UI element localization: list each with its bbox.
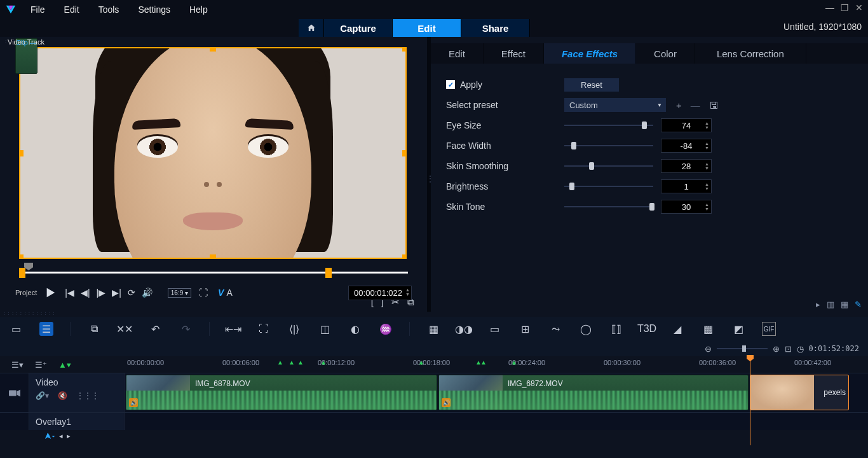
clip-2[interactable]: IMG_6872.MOV 🔊 — [438, 375, 749, 410]
step-fwd-icon[interactable]: |▶ — [97, 288, 106, 298]
eye-size-input[interactable]: 74▲▼ — [661, 118, 712, 132]
marker-menu-icon[interactable]: ▲▾ — [58, 360, 71, 370]
link-icon[interactable]: 🔗▾ — [36, 391, 49, 400]
preset-remove-icon[interactable]: — — [691, 100, 700, 111]
resize-handle[interactable] — [402, 150, 407, 156]
zoom-out-icon[interactable]: ⊖ — [705, 344, 712, 354]
skin-tone-input[interactable]: 30▲▼ — [661, 200, 712, 214]
mute-icon[interactable]: 🔇 — [58, 391, 67, 400]
volume-icon[interactable]: 🔊 — [142, 288, 153, 298]
preset-save-icon[interactable]: 🖫 — [709, 100, 719, 111]
face-width-slider[interactable] — [564, 140, 653, 151]
fx-icon[interactable]: ▩ — [701, 322, 715, 336]
track-opts-1-icon[interactable]: ☰▾ — [11, 360, 24, 370]
overlay-track-header[interactable]: Overlay1 — [29, 413, 125, 430]
scrub-in-handle[interactable] — [19, 268, 25, 278]
menu-tools[interactable]: Tools — [98, 4, 119, 15]
minimize-icon[interactable]: — — [825, 3, 834, 13]
preset-add-icon[interactable]: + — [676, 100, 682, 111]
pane-divider[interactable] — [427, 37, 431, 312]
overlay-track-icon[interactable] — [0, 413, 29, 430]
go-start-icon[interactable]: |◀ — [65, 288, 74, 298]
pan-zoom-icon[interactable]: ⛶ — [257, 322, 271, 336]
lock-icon[interactable]: ⋮⋮⋮ — [76, 391, 99, 400]
resize-handle[interactable] — [210, 47, 216, 52]
clock-icon[interactable]: ◷ — [797, 344, 804, 354]
clip-3[interactable]: FX ★ pexels — [750, 375, 849, 410]
clip-1[interactable]: IMG_6878.MOV 🔊 — [126, 375, 437, 410]
menu-edit[interactable]: Edit — [64, 4, 79, 15]
transition-icon[interactable]: ◑◑ — [457, 322, 471, 336]
color-wheel-icon[interactable]: ◐ — [348, 322, 362, 336]
time-ruler[interactable]: 00:00:00:00 00:00:06:00 00:00:12:00 00:0… — [125, 356, 868, 373]
track-opts-2-icon[interactable]: ☰⁺ — [35, 360, 47, 370]
preview-canvas[interactable] — [19, 47, 407, 259]
tracking-icon[interactable]: ◯ — [579, 322, 593, 336]
split-h-icon[interactable]: ⟨|⟩ — [287, 322, 301, 336]
add-track-icon[interactable]: ⮝▾ — [44, 432, 55, 440]
tab-color[interactable]: Color — [636, 43, 695, 64]
resize-handle[interactable] — [19, 150, 24, 156]
home-tab[interactable] — [299, 19, 324, 37]
brightness-input[interactable]: 1▲▼ — [661, 179, 712, 193]
layout-2-icon[interactable]: ▦ — [841, 300, 848, 309]
menu-help[interactable]: Help — [189, 4, 208, 15]
scrub-playhead[interactable] — [24, 263, 33, 270]
tools-icon[interactable]: ✕✕ — [118, 322, 132, 336]
undo-icon[interactable]: ↶ — [148, 322, 162, 336]
close-icon[interactable]: ✕ — [855, 3, 863, 13]
capture-tab[interactable]: Capture — [324, 19, 393, 37]
motion-icon[interactable]: ⤳ — [548, 322, 562, 336]
audio-wave-icon[interactable]: ♒ — [379, 322, 393, 336]
scrub-out-handle[interactable] — [325, 268, 332, 278]
zoom-slider[interactable] — [717, 348, 768, 349]
exposure-icon[interactable]: ◩ — [731, 322, 745, 336]
fit-width-icon[interactable]: ⇤⇥ — [226, 322, 240, 336]
preset-select[interactable]: Custom — [564, 98, 666, 112]
edit-layout-icon[interactable]: ✎ — [855, 300, 862, 309]
menu-file[interactable]: File — [31, 4, 45, 15]
reset-button[interactable]: Reset — [564, 78, 619, 92]
scroll-right-icon[interactable]: ▸ — [67, 432, 71, 440]
paint-icon[interactable]: ◢ — [670, 322, 684, 336]
copy-icon[interactable]: ⧉ — [87, 322, 101, 336]
crop-icon[interactable]: ⛶ — [199, 288, 208, 298]
tab-lens-correction[interactable]: Lens Correction — [695, 43, 806, 64]
share-tab[interactable]: Share — [461, 19, 530, 37]
timeline-view-icon[interactable]: ☰ — [39, 322, 53, 336]
face-width-input[interactable]: -84▲▼ — [661, 139, 712, 153]
timeline-playhead[interactable] — [750, 356, 750, 445]
tab-effect[interactable]: Effect — [484, 43, 544, 64]
mask-icon[interactable]: ⟦⟧ — [609, 322, 623, 336]
menu-settings[interactable]: Settings — [138, 4, 170, 15]
grid-icon[interactable]: ⊞ — [518, 322, 532, 336]
aspect-ratio[interactable]: 16:9 ▾ — [168, 288, 191, 298]
maximize-icon[interactable]: ❐ — [841, 3, 849, 13]
title-icon[interactable]: ▭ — [487, 322, 501, 336]
media-icon[interactable]: ▦ — [426, 322, 440, 336]
brightness-slider[interactable] — [564, 181, 653, 192]
resize-handle[interactable] — [19, 254, 24, 259]
3d-title-icon[interactable]: T3D — [640, 322, 654, 336]
skin-tone-slider[interactable] — [564, 201, 653, 212]
edit-tab[interactable]: Edit — [393, 19, 461, 37]
project-clip-toggle[interactable]: Project Clip — — [15, 289, 37, 297]
apply-checkbox[interactable]: ✓ — [446, 80, 455, 89]
go-end-icon[interactable]: ▶| — [112, 288, 121, 298]
step-back-icon[interactable]: ◀| — [81, 288, 90, 298]
crop-tool-icon[interactable]: ◫ — [318, 322, 332, 336]
video-track-icon[interactable] — [0, 373, 29, 412]
skin-smoothing-input[interactable]: 28▲▼ — [661, 159, 712, 173]
timecode-display[interactable]: 00:00:01:022 ▲▼ — [348, 286, 412, 300]
eye-size-slider[interactable] — [564, 120, 653, 131]
video-track-header[interactable]: Video 🔗▾ 🔇 ⋮⋮⋮ — [29, 373, 125, 412]
fit-icon[interactable]: ⊡ — [785, 344, 792, 354]
va-toggle[interactable]: VA — [218, 288, 233, 298]
scroll-left-icon[interactable]: ◂ — [59, 432, 63, 440]
storyboard-view-icon[interactable]: ▭ — [9, 322, 23, 336]
play-button[interactable] — [42, 284, 58, 301]
resize-handle[interactable] — [210, 254, 216, 259]
skin-smoothing-slider[interactable] — [564, 160, 653, 172]
redo-icon[interactable]: ↷ — [179, 322, 193, 336]
scroll-right-icon[interactable]: ▸ — [816, 300, 820, 309]
